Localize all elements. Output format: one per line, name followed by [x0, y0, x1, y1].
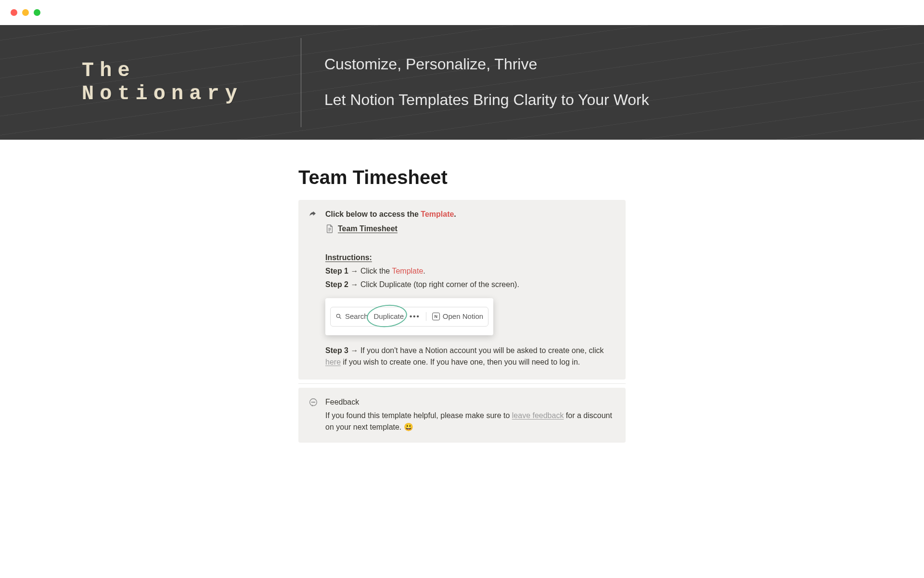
page-title: Team Timesheet [298, 167, 626, 188]
toolbar-search-label: Search [345, 311, 368, 322]
step-1: Step 1 → Click the Template. [325, 265, 616, 277]
toolbar-duplicate-label: Duplicate [374, 311, 404, 322]
step-3-label: Step 3 [325, 346, 348, 355]
template-word: Template [421, 210, 454, 218]
callout-prefix: Click below to access the [325, 210, 421, 218]
ellipsis-icon: ••• [410, 311, 420, 322]
instructions-callout: Click below to access the Template. Team… [298, 200, 626, 380]
window-close-button[interactable] [11, 9, 17, 16]
toolbar-separator [426, 312, 426, 321]
window-chrome [0, 0, 924, 25]
hero-tagline-1: Customize, Personalize, Thrive [324, 54, 842, 75]
arrow-icon: → [350, 346, 358, 355]
hero-tagline-2: Let Notion Templates Bring Clarity to Yo… [324, 90, 842, 110]
notion-logo-icon: N [432, 313, 440, 320]
brand-name: The Notionary [82, 59, 301, 105]
callout-heading: Click below to access the Template. [325, 209, 616, 220]
hero-divider [301, 38, 301, 127]
step-1-label: Step 1 [325, 267, 348, 275]
page-content: Team Timesheet Click below to access the… [298, 140, 626, 466]
feedback-callout: Feedback If you found this template help… [298, 388, 626, 443]
search-icon [335, 313, 342, 320]
speech-bubble-icon [308, 396, 319, 433]
page-icon [325, 224, 334, 233]
svg-point-2 [312, 402, 312, 402]
divider [298, 383, 626, 384]
toolbar-open-notion: N Open Notion [432, 311, 483, 322]
toolbar-screenshot: Search Duplicate ••• N Open Notion [325, 298, 493, 335]
feedback-prefix: If you found this template helpful, plea… [325, 411, 512, 420]
toolbar-duplicate: Duplicate [374, 311, 404, 322]
step-3-suffix: if you wish to create one. If you have o… [341, 358, 580, 366]
hero-tagline: Customize, Personalize, Thrive Let Notio… [324, 54, 842, 110]
callout-suffix: . [454, 210, 456, 218]
svg-point-4 [314, 402, 315, 402]
window-minimize-button[interactable] [22, 9, 29, 16]
feedback-title: Feedback [325, 396, 616, 408]
step-3: Step 3 → If you don't have a Notion acco… [325, 345, 616, 368]
window-maximize-button[interactable] [34, 9, 40, 16]
template-page-link[interactable]: Team Timesheet [325, 223, 398, 235]
step-3-prefix: If you don't have a Notion account you w… [358, 346, 603, 355]
hero-banner: The Notionary Customize, Personalize, Th… [0, 25, 924, 140]
toolbar-search: Search [335, 311, 368, 322]
arrow-icon: → [350, 280, 358, 289]
template-link-label: Team Timesheet [338, 223, 398, 235]
share-arrow-icon [308, 209, 319, 370]
step-2-label: Step 2 [325, 280, 348, 289]
toolbar-open-notion-label: Open Notion [443, 311, 483, 322]
instructions-label: Instructions: [325, 252, 616, 263]
svg-point-0 [336, 315, 340, 318]
svg-point-3 [313, 402, 313, 402]
arrow-icon: → [350, 267, 358, 275]
step-1-suffix: . [423, 267, 425, 275]
step-1-template-word: Template [392, 267, 423, 275]
step-1-prefix: Click the [358, 267, 392, 275]
create-account-link[interactable]: here [325, 358, 341, 366]
step-2: Step 2 → Click Duplicate (top right corn… [325, 279, 616, 290]
step-2-text: Click Duplicate (top right corner of the… [358, 280, 519, 289]
leave-feedback-link[interactable]: leave feedback [512, 411, 564, 420]
feedback-text: If you found this template helpful, plea… [325, 410, 616, 433]
smile-emoji: 😃 [404, 423, 413, 431]
